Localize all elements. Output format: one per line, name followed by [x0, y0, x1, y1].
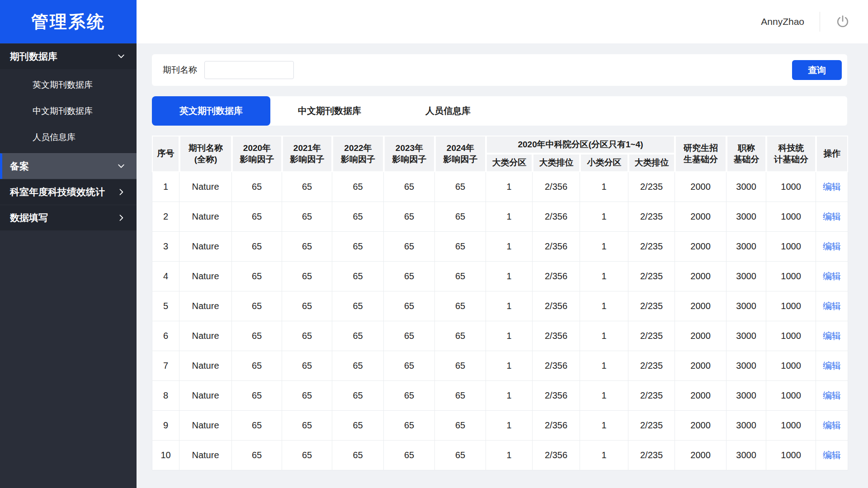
edit-link[interactable]: 编辑: [823, 450, 841, 460]
table-row: 5Nature656565656512/35612/23520003000100…: [152, 291, 848, 321]
header-minor-rank: 大类排位: [628, 154, 675, 172]
cell-cas-major-rank: 2/356: [533, 411, 580, 441]
edit-link[interactable]: 编辑: [823, 361, 841, 371]
cell-grad-score: 2000: [675, 202, 726, 232]
cell-if2020: 65: [232, 262, 282, 291]
cell-title-score: 3000: [726, 232, 766, 262]
cell-cas-major-rank: 2/356: [533, 291, 580, 321]
tab-personnel-db[interactable]: 人员信息库: [389, 96, 507, 126]
cell-title-score: 3000: [726, 381, 766, 411]
cell-name: Nature: [179, 202, 232, 232]
cell-name: Nature: [179, 321, 232, 351]
cell-cas-major-zone: 1: [486, 381, 533, 411]
chevron-right-icon: [117, 188, 126, 197]
cell-cas-major-zone: 1: [486, 441, 533, 470]
edit-link[interactable]: 编辑: [823, 211, 841, 221]
cell-cas-minor-rank: 2/235: [628, 321, 675, 351]
cell-if2022: 65: [332, 411, 384, 441]
journal-name-input[interactable]: [204, 61, 294, 79]
power-icon[interactable]: [834, 13, 852, 31]
cell-if2023: 65: [384, 381, 435, 411]
cell-tech-score: 1000: [766, 262, 816, 291]
cell-if2021: 65: [282, 262, 332, 291]
sidebar-subitem-personnel-db[interactable]: 人员信息库: [0, 124, 137, 150]
cell-cas-major-zone: 1: [486, 262, 533, 291]
journal-name-label: 期刊名称: [163, 64, 197, 76]
cell-cas-minor-zone: 1: [580, 202, 628, 232]
tab-chinese-journal-db[interactable]: 中文期刊数据库: [270, 96, 389, 126]
sidebar-subitem-label: 中文期刊数据库: [33, 105, 93, 117]
sidebar-item-journal-db[interactable]: 期刊数据库: [0, 43, 137, 69]
cell-seq: 8: [152, 381, 179, 411]
cell-cas-major-zone: 1: [486, 202, 533, 232]
edit-link[interactable]: 编辑: [823, 241, 841, 251]
cell-name: Nature: [179, 381, 232, 411]
sidebar-item-filing[interactable]: 备案: [0, 153, 137, 179]
cell-cas-minor-zone: 1: [580, 351, 628, 381]
cell-if2021: 65: [282, 441, 332, 470]
main-content: 期刊名称 查询 英文期刊数据库 中文期刊数据库 人员信息库 序号 期刊名称(全称…: [137, 0, 868, 470]
tab-english-journal-db[interactable]: 英文期刊数据库: [152, 96, 270, 126]
sidebar-menu: 期刊数据库 英文期刊数据库 中文期刊数据库 人员信息库 备案 科室年度科技绩效统…: [0, 43, 137, 230]
cell-if2022: 65: [332, 232, 384, 262]
cell-cas-minor-rank: 2/235: [628, 232, 675, 262]
header-if-2020: 2020年影响因子: [232, 136, 282, 172]
cell-action: 编辑: [816, 291, 848, 321]
cell-if2020: 65: [232, 202, 282, 232]
cell-name: Nature: [179, 291, 232, 321]
cell-cas-major-rank: 2/356: [533, 232, 580, 262]
sidebar-subitem-english-journal-db[interactable]: 英文期刊数据库: [0, 72, 137, 98]
header-if-2022: 2022年影响因子: [332, 136, 384, 172]
cell-if2022: 65: [332, 291, 384, 321]
cell-if2023: 65: [384, 202, 435, 232]
header-major-rank: 大类排位: [533, 154, 580, 172]
sidebar-item-dept-annual-tech-stats[interactable]: 科室年度科技绩效统计: [0, 179, 137, 205]
sidebar-subitem-chinese-journal-db[interactable]: 中文期刊数据库: [0, 98, 137, 124]
cell-cas-minor-rank: 2/235: [628, 202, 675, 232]
edit-link[interactable]: 编辑: [823, 182, 841, 192]
cell-cas-minor-zone: 1: [580, 262, 628, 291]
cell-title-score: 3000: [726, 202, 766, 232]
journal-table-container: 序号 期刊名称(全称) 2020年影响因子 2021年影响因子 2022年影响因…: [152, 136, 847, 470]
edit-link[interactable]: 编辑: [823, 331, 841, 341]
cell-title-score: 3000: [726, 441, 766, 470]
cell-if2024: 65: [435, 262, 486, 291]
cell-cas-minor-zone: 1: [580, 411, 628, 441]
cell-grad-score: 2000: [675, 232, 726, 262]
cell-if2021: 65: [282, 291, 332, 321]
cell-if2023: 65: [384, 351, 435, 381]
cell-if2022: 65: [332, 441, 384, 470]
cell-grad-score: 2000: [675, 441, 726, 470]
cell-tech-score: 1000: [766, 232, 816, 262]
cell-if2024: 65: [435, 381, 486, 411]
cell-grad-score: 2000: [675, 321, 726, 351]
cell-if2020: 65: [232, 172, 282, 202]
edit-link[interactable]: 编辑: [823, 420, 841, 430]
cell-action: 编辑: [816, 262, 848, 291]
table-row: 2Nature656565656512/35612/23520003000100…: [152, 202, 848, 232]
cell-action: 编辑: [816, 441, 848, 470]
edit-link[interactable]: 编辑: [823, 390, 841, 400]
query-button[interactable]: 查询: [792, 60, 842, 80]
table-row: 6Nature656565656512/35612/23520003000100…: [152, 321, 848, 351]
sidebar-item-data-entry[interactable]: 数据填写: [0, 205, 137, 230]
edit-link[interactable]: 编辑: [823, 271, 841, 281]
cell-tech-score: 1000: [766, 351, 816, 381]
cell-seq: 7: [152, 351, 179, 381]
user-name[interactable]: AnnyZhao: [761, 16, 804, 27]
cell-cas-minor-rank: 2/235: [628, 291, 675, 321]
cell-if2023: 65: [384, 321, 435, 351]
cell-cas-minor-zone: 1: [580, 232, 628, 262]
cell-cas-minor-zone: 1: [580, 441, 628, 470]
cell-cas-minor-rank: 2/235: [628, 351, 675, 381]
header-cas-partition-group: 2020年中科院分区(分区只有1~4): [486, 136, 675, 154]
header-major-zone: 大类分区: [486, 154, 533, 172]
header-if-2023: 2023年影响因子: [384, 136, 435, 172]
cell-if2023: 65: [384, 411, 435, 441]
header-minor-zone: 小类分区: [580, 154, 628, 172]
cell-cas-minor-rank: 2/235: [628, 381, 675, 411]
cell-cas-major-zone: 1: [486, 351, 533, 381]
cell-title-score: 3000: [726, 411, 766, 441]
cell-if2024: 65: [435, 321, 486, 351]
edit-link[interactable]: 编辑: [823, 301, 841, 311]
